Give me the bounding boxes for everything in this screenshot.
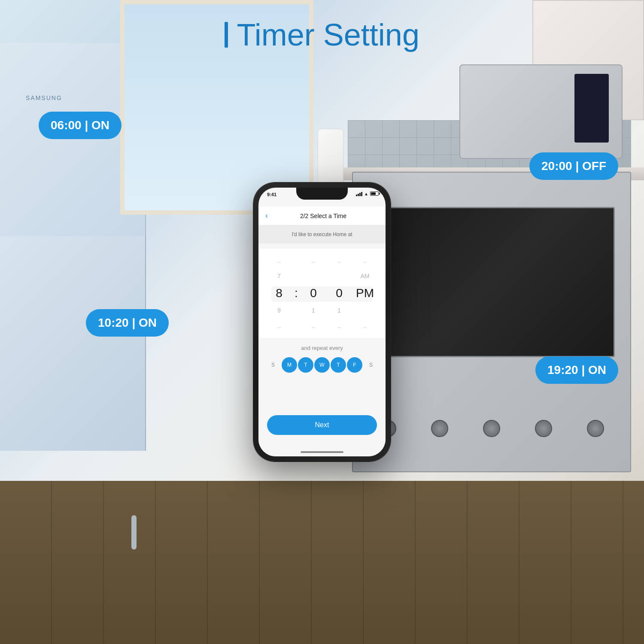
app-nav: ‹ 2/2 Select a Time [258, 207, 386, 225]
home-indicator [301, 451, 343, 453]
day-btn-sun[interactable]: S [265, 357, 281, 373]
day-btn-fri[interactable]: F [347, 357, 362, 373]
day-buttons: S M T W T [265, 357, 379, 373]
nav-title: 2/2 Select a Time [268, 213, 379, 219]
picker-hour-above: .. [266, 253, 292, 268]
title-accent-icon [225, 22, 228, 48]
picker-min-tens-below: .. [301, 318, 326, 334]
day-btn-wed[interactable]: W [314, 357, 330, 373]
battery-fill [371, 192, 376, 195]
next-button[interactable]: Next [267, 415, 377, 435]
knob-5 [587, 420, 604, 437]
phone-screen: 9:41 ▲ ‹ 2/2 [258, 188, 386, 456]
picker-min-tens-above: .. [301, 253, 326, 268]
knob-3 [483, 420, 500, 437]
next-button-container: Next [267, 415, 377, 435]
picker-period-above: .. [352, 253, 378, 268]
stove-window [366, 207, 615, 357]
picker-hour-prev: 7 [266, 268, 292, 284]
bubble-bottom-right: 19:20 | ON [535, 356, 618, 384]
phone-notch [296, 188, 348, 200]
time-picker-inner: .. 7 8 9 .. : [258, 249, 386, 338]
picker-column-hour[interactable]: .. 7 8 9 .. [266, 253, 292, 334]
signal-bar-1 [356, 194, 357, 196]
floor-planks [0, 481, 644, 644]
repeat-section: and repeat every S M T W [258, 345, 386, 373]
floor [0, 481, 644, 644]
bubble-top-left: 06:00 | ON [39, 112, 122, 139]
app-content: I'd like to execute Home at .. 7 8 9 .. [258, 225, 386, 456]
picker-hour-below: .. [266, 318, 292, 334]
picker-hour-selected: 8 [266, 284, 292, 303]
battery-tip [379, 193, 380, 195]
fridge-handle-bottom [131, 515, 137, 550]
status-time: 9:41 [267, 191, 276, 197]
page-title: Timer Setting [237, 17, 419, 52]
signal-bar-2 [358, 194, 359, 196]
day-btn-thu[interactable]: T [331, 357, 346, 373]
signal-bar-3 [359, 193, 361, 196]
microwave-screen [574, 74, 609, 143]
sep-selected: : [295, 284, 298, 303]
day-btn-sat[interactable]: S [363, 357, 379, 373]
utensil-holder [318, 129, 343, 185]
day-btn-tue[interactable]: T [298, 357, 313, 373]
picker-min-units-below: .. [326, 318, 352, 334]
picker-min-tens-selected: 0 [301, 284, 326, 303]
knob-2 [431, 420, 448, 437]
picker-hour-next: 9 [266, 303, 292, 318]
phone-outer: 9:41 ▲ ‹ 2/2 [253, 182, 391, 462]
picker-period-prev: AM [352, 268, 378, 284]
picker-column-period[interactable]: .. AM PM .. [352, 253, 378, 334]
picker-separator-1: : [292, 253, 301, 334]
picker-period-below: .. [352, 318, 378, 334]
fridge-bottom [0, 236, 146, 451]
knob-4 [535, 420, 552, 437]
signal-bars-icon [356, 191, 362, 196]
picker-min-units-prev [326, 268, 352, 284]
phone-container: 9:41 ▲ ‹ 2/2 [253, 182, 391, 462]
status-icons: ▲ [356, 191, 379, 196]
stove [352, 172, 631, 472]
picker-period-next [352, 303, 378, 318]
signal-bar-4 [361, 192, 362, 196]
time-picker[interactable]: .. 7 8 9 .. : [258, 249, 386, 338]
wifi-icon: ▲ [364, 191, 368, 196]
picker-column-min-units[interactable]: .. 0 1 .. [326, 253, 352, 334]
bubble-bottom-left: 10:20 | ON [86, 309, 169, 337]
picker-min-units-above: .. [326, 253, 352, 268]
page-title-area: Timer Setting [0, 17, 644, 52]
picker-min-tens-prev [301, 268, 326, 284]
microwave [459, 64, 623, 159]
samsung-logo: SAMSUNG [26, 94, 62, 101]
picker-min-units-next: 1 [326, 303, 352, 318]
battery-icon [370, 191, 379, 196]
picker-period-selected: PM [352, 284, 378, 303]
repeat-label: and repeat every [265, 345, 379, 351]
instruction-text: I'd like to execute Home at [258, 225, 386, 243]
day-btn-mon[interactable]: M [282, 357, 297, 373]
picker-min-tens-next: 1 [301, 303, 326, 318]
picker-min-units-selected: 0 [326, 284, 352, 303]
stove-knobs [361, 420, 622, 437]
bubble-top-right: 20:00 | OFF [529, 152, 618, 180]
picker-column-min-tens[interactable]: .. 0 1 .. [301, 253, 326, 334]
